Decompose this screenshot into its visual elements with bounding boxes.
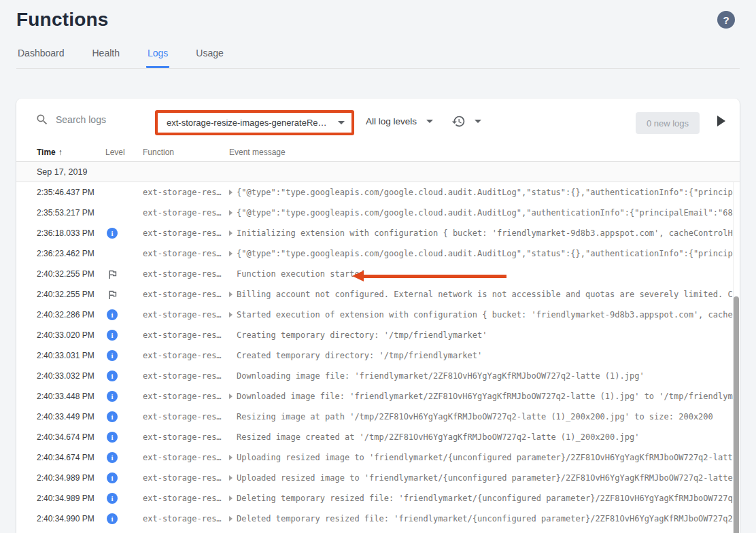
- expand-row-icon[interactable]: [229, 210, 237, 216]
- page-title: Functions: [16, 9, 740, 31]
- log-row[interactable]: 2:40:34.989 PM i ext-storage-res… Deleti…: [16, 488, 740, 509]
- column-header-function: Function: [143, 148, 229, 157]
- search-icon: [35, 113, 49, 126]
- tab-health[interactable]: Health: [91, 44, 121, 68]
- arrow-drop-down-icon: [475, 120, 481, 123]
- play-icon: [717, 116, 725, 126]
- search-input[interactable]: Search logs: [35, 113, 106, 126]
- log-message: Downloaded image file: 'friendlymarket/2…: [237, 392, 740, 401]
- info-icon: i: [107, 309, 118, 320]
- expand-row-icon[interactable]: [229, 475, 237, 481]
- log-function: ext-storage-res…: [143, 371, 229, 381]
- log-time: 2:40:33.031 PM: [37, 351, 105, 360]
- expand-row-icon[interactable]: [229, 230, 237, 236]
- log-time: 2:40:32.286 PM: [37, 310, 105, 320]
- log-time: 2:35:53.217 PM: [37, 208, 105, 218]
- tab-usage[interactable]: Usage: [194, 44, 224, 68]
- log-time: 2:40:34.989 PM: [37, 473, 105, 483]
- log-function: ext-storage-res…: [143, 228, 229, 238]
- log-message: Billing account not configured. External…: [237, 290, 740, 299]
- log-row[interactable]: 2:40:33.449 PM i ext-storage-res… Resizi…: [16, 407, 740, 427]
- log-row[interactable]: 2:40:32.255 PM i ext-storage-res… Billin…: [16, 284, 740, 305]
- help-icon[interactable]: ?: [717, 11, 735, 29]
- log-function: ext-storage-res…: [143, 310, 229, 320]
- log-message: Resizing image at path '/tmp/2ZF81OvH6Yg…: [237, 412, 713, 422]
- log-function: ext-storage-res…: [143, 249, 229, 258]
- app-header: Functions ?: [0, 0, 756, 39]
- info-icon: i: [107, 472, 118, 483]
- log-function: ext-storage-res…: [143, 330, 229, 340]
- log-row[interactable]: 2:35:53.217 PM i ext-storage-res… {"@typ…: [16, 203, 740, 223]
- info-icon: i: [107, 493, 118, 504]
- column-header-time[interactable]: Time↑: [37, 148, 105, 157]
- tab-logs[interactable]: Logs: [146, 44, 169, 68]
- log-row[interactable]: 2:40:33.020 PM i ext-storage-res… Creati…: [16, 325, 740, 345]
- expand-row-icon[interactable]: [229, 271, 237, 277]
- tab-dashboard[interactable]: Dashboard: [16, 44, 66, 68]
- expand-row-icon[interactable]: [229, 434, 237, 440]
- logs-toolbar: Search logs ext-storage-resize-images-ge…: [16, 99, 740, 143]
- function-filter-dropdown[interactable]: ext-storage-resize-images-generateRe…: [155, 110, 354, 135]
- expand-row-icon[interactable]: [229, 394, 237, 399]
- log-message: Uploaded resized image to 'friendlymarke…: [237, 473, 740, 483]
- log-function: ext-storage-res…: [143, 269, 229, 279]
- history-icon: [451, 114, 466, 128]
- log-level-filter-dropdown[interactable]: All log levels: [366, 99, 433, 143]
- info-icon: i: [107, 411, 118, 422]
- search-placeholder: Search logs: [56, 114, 106, 125]
- expand-row-icon[interactable]: [229, 332, 237, 338]
- expand-row-icon[interactable]: [229, 251, 237, 256]
- new-logs-button[interactable]: 0 new logs: [636, 112, 700, 134]
- expand-row-icon[interactable]: [229, 516, 237, 521]
- sort-ascending-icon: ↑: [58, 148, 63, 157]
- log-row[interactable]: 2:36:23.462 PM i ext-storage-res… {"@typ…: [16, 243, 740, 264]
- info-icon: i: [107, 228, 118, 239]
- expand-row-icon[interactable]: [229, 455, 237, 460]
- expand-row-icon[interactable]: [229, 353, 237, 358]
- expand-row-icon[interactable]: [229, 190, 237, 195]
- log-row[interactable]: 2:40:33.032 PM i ext-storage-res… Downlo…: [16, 366, 740, 386]
- log-function: ext-storage-res…: [143, 412, 229, 422]
- log-time: 2:40:34.990 PM: [37, 514, 105, 523]
- log-row[interactable]: 2:40:34.674 PM i ext-storage-res… Resize…: [16, 427, 740, 447]
- info-icon: i: [107, 350, 118, 361]
- log-row[interactable]: 2:40:32.286 PM i ext-storage-res… Starte…: [16, 305, 740, 325]
- log-row[interactable]: 2:40:34.989 PM i ext-storage-res… Upload…: [16, 468, 740, 488]
- flag-icon: [107, 289, 118, 300]
- expand-row-icon[interactable]: [229, 373, 237, 379]
- log-row[interactable]: 2:36:18.033 PM i ext-storage-res… Initia…: [16, 223, 740, 243]
- function-filter-value: ext-storage-resize-images-generateRe…: [167, 118, 327, 128]
- log-message: Created temporary directory: '/tmp/frien…: [237, 351, 482, 360]
- log-row[interactable]: 2:40:34.674 PM i ext-storage-res… Upload…: [16, 447, 740, 468]
- expand-row-icon[interactable]: [229, 496, 237, 501]
- arrow-drop-down-icon: [338, 121, 345, 124]
- log-message: Deleted temporary resized file: 'friendl…: [237, 514, 740, 523]
- time-range-dropdown[interactable]: [451, 99, 481, 143]
- info-icon: i: [107, 452, 118, 463]
- log-row[interactable]: 2:40:33.031 PM i ext-storage-res… Create…: [16, 345, 740, 366]
- scrollbar-thumb[interactable]: [734, 296, 739, 533]
- log-time: 2:35:46.437 PM: [37, 188, 105, 197]
- log-row[interactable]: 2:40:34.990 PM i ext-storage-res… Delete…: [16, 509, 740, 529]
- expand-row-icon[interactable]: [229, 312, 237, 317]
- log-row[interactable]: 2:35:46.437 PM i ext-storage-res… {"@typ…: [16, 182, 740, 203]
- log-time: 2:40:34.674 PM: [37, 432, 105, 442]
- log-time: 2:40:34.674 PM: [37, 453, 105, 462]
- column-header-event-message: Event message: [229, 148, 740, 157]
- log-row[interactable]: 2:40:32.255 PM i ext-storage-res… Functi…: [16, 264, 740, 284]
- log-message: {"@type":"type.googleapis.com/google.clo…: [237, 208, 740, 218]
- expand-row-icon[interactable]: [229, 414, 237, 419]
- log-time: 2:40:34.989 PM: [37, 494, 105, 503]
- expand-row-icon[interactable]: [229, 292, 237, 297]
- log-message: Deleting temporary resized file: 'friend…: [237, 494, 740, 503]
- log-message: Started execution of extension with conf…: [237, 310, 740, 320]
- stream-logs-play-button[interactable]: [717, 115, 729, 127]
- log-row[interactable]: 2:40:33.448 PM i ext-storage-res… Downlo…: [16, 386, 740, 407]
- log-message: Initializing extension with configuratio…: [237, 228, 740, 238]
- log-time: 2:40:33.032 PM: [37, 371, 105, 381]
- info-icon: i: [107, 513, 118, 524]
- log-message: Uploading resized image to 'friendlymark…: [237, 453, 740, 462]
- log-time: 2:36:23.462 PM: [37, 249, 105, 258]
- log-time: 2:40:32.255 PM: [37, 269, 105, 279]
- log-function: ext-storage-res…: [143, 432, 229, 442]
